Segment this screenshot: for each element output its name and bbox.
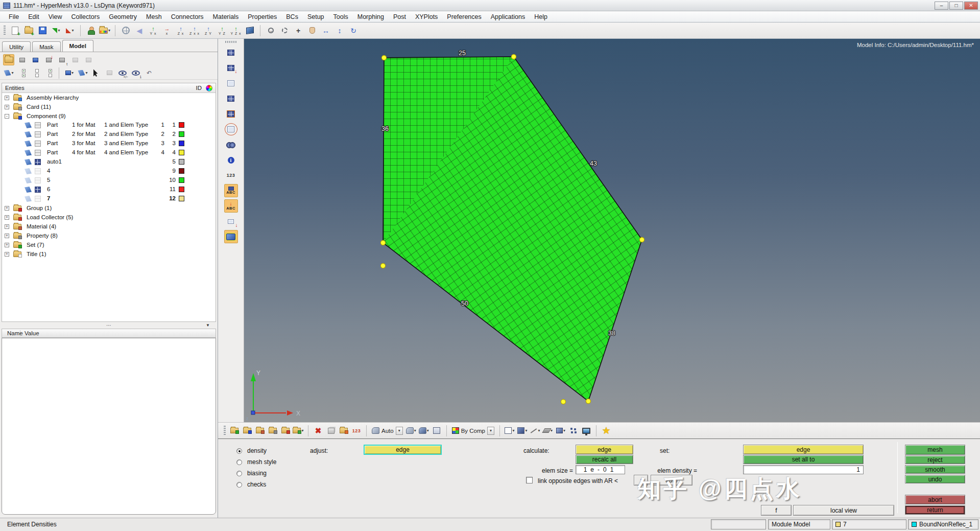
fit-view-button[interactable]: + bbox=[292, 25, 304, 37]
color-swatch[interactable] bbox=[179, 122, 184, 128]
isolate-button[interactable]: 1 bbox=[130, 67, 141, 79]
new-folder-button[interactable] bbox=[3, 54, 14, 65]
chevron-down-icon[interactable]: ▾ bbox=[487, 427, 494, 435]
expander-icon[interactable]: - bbox=[5, 114, 9, 119]
wireframe-elements-button[interactable] bbox=[224, 77, 238, 90]
set-collector-button[interactable] bbox=[229, 425, 240, 436]
tree-row-property[interactable]: + Property (8) bbox=[2, 231, 216, 240]
menu-item-materials[interactable]: Materials bbox=[208, 12, 244, 21]
tree-toggle-button[interactable] bbox=[43, 67, 54, 79]
menu-item-preferences[interactable]: Preferences bbox=[442, 12, 486, 21]
component-row[interactable]: Part 2 for Mat 2 and Elem Type 2 2 bbox=[2, 130, 216, 139]
system-collector-button[interactable]: ▾ bbox=[293, 425, 304, 436]
maximize-button[interactable]: □ bbox=[949, 2, 963, 10]
tree-row-title[interactable]: + Title (1) bbox=[2, 249, 216, 259]
component-row-current[interactable]: 7 12 bbox=[2, 194, 216, 203]
expander-icon[interactable]: + bbox=[5, 215, 9, 220]
new-model-button[interactable]: + bbox=[9, 25, 21, 37]
menu-item-bcs[interactable]: BCs bbox=[281, 12, 303, 21]
color-wheel-icon[interactable] bbox=[206, 85, 212, 91]
previous-view-button[interactable]: ◀ bbox=[133, 25, 146, 37]
dynamic-view-button[interactable] bbox=[244, 25, 256, 37]
close-button[interactable]: ✕ bbox=[964, 2, 978, 10]
create-entity-button[interactable] bbox=[30, 54, 41, 65]
vector-display-button[interactable]: ↓ bbox=[224, 215, 238, 228]
property-collector-button[interactable] bbox=[267, 425, 278, 436]
menu-item-applications[interactable]: Applications bbox=[486, 12, 530, 21]
pan-button[interactable] bbox=[306, 25, 318, 37]
mesh-node[interactable] bbox=[639, 237, 644, 242]
menu-item-post[interactable]: Post bbox=[389, 12, 411, 21]
card-edit-button[interactable] bbox=[338, 425, 349, 436]
mesh-node[interactable] bbox=[511, 54, 516, 59]
organize-button[interactable] bbox=[16, 54, 28, 65]
tab-utility[interactable]: Utility bbox=[2, 41, 31, 52]
view-xz-left-button[interactable]: ↑Z x bbox=[175, 25, 187, 37]
mesh-canvas[interactable]: 2536435038 Y X z bbox=[244, 39, 980, 422]
menu-item-edit[interactable]: Edit bbox=[23, 12, 44, 21]
smooth-button[interactable]: smooth bbox=[905, 465, 965, 474]
shaded-mode-button[interactable]: ▾ bbox=[517, 425, 528, 436]
edge-density-label[interactable]: 43 bbox=[590, 160, 597, 167]
color-swatch[interactable] bbox=[179, 159, 184, 165]
expander-icon[interactable]: + bbox=[5, 252, 9, 257]
status-cell-module[interactable]: Module Model bbox=[768, 519, 830, 529]
load-collector-button[interactable] bbox=[280, 425, 291, 436]
organize-button[interactable] bbox=[325, 425, 337, 436]
menu-item-tools[interactable]: Tools bbox=[329, 12, 353, 21]
tree-check-all-button[interactable] bbox=[16, 67, 28, 79]
find-button[interactable] bbox=[224, 138, 238, 151]
chevron-down-icon[interactable]: ▾ bbox=[396, 427, 403, 435]
geometry-solid-shade-button[interactable]: ▾ bbox=[418, 425, 429, 436]
color-swatch[interactable] bbox=[179, 187, 184, 192]
wireframe-mode-button[interactable]: ▾ bbox=[504, 425, 515, 436]
geometry-display-button[interactable]: ▾ bbox=[64, 67, 75, 79]
color-swatch[interactable] bbox=[179, 131, 184, 137]
mesh-node[interactable] bbox=[380, 263, 385, 268]
query-info-button[interactable]: i bbox=[224, 153, 238, 167]
return-button[interactable]: return bbox=[905, 505, 965, 515]
restore-button[interactable]: ↶ bbox=[144, 67, 155, 79]
tree-row-group[interactable]: + Group (1) bbox=[2, 203, 216, 213]
solid-elements-button[interactable] bbox=[224, 92, 238, 105]
component-row[interactable]: Part 1 for Mat 1 and Elem Type 1 1 bbox=[2, 121, 216, 130]
tree-uncheck-all-button[interactable] bbox=[30, 67, 41, 79]
menu-item-setup[interactable]: Setup bbox=[303, 12, 329, 21]
panel-splitter[interactable]: ⋯ ▼ bbox=[2, 322, 216, 328]
translate-v-button[interactable]: ↕ bbox=[333, 25, 346, 37]
display-points-button[interactable] bbox=[568, 425, 579, 436]
set-all-to-button[interactable]: set all to bbox=[743, 455, 864, 464]
numbers-button[interactable]: 123 bbox=[224, 169, 238, 182]
view-xz-right-button[interactable]: ↑Z x x bbox=[188, 25, 201, 37]
shaded-elements-button[interactable] bbox=[224, 46, 238, 59]
expander-icon[interactable]: + bbox=[5, 96, 9, 100]
menu-item-xyplots[interactable]: XYPlots bbox=[411, 12, 442, 21]
tab-mask[interactable]: Mask bbox=[32, 41, 60, 52]
menu-item-properties[interactable]: Properties bbox=[243, 12, 281, 21]
demo-browser-button[interactable]: ▾ bbox=[99, 25, 111, 37]
ghost-entity-button[interactable] bbox=[69, 54, 81, 65]
undo-button[interactable]: undo bbox=[905, 475, 965, 483]
splitter-collapse-icon[interactable]: ▼ bbox=[206, 323, 210, 328]
color-swatch[interactable] bbox=[179, 177, 184, 183]
edit-entity-button[interactable]: ↓ bbox=[43, 54, 54, 65]
color-swatch[interactable] bbox=[179, 168, 184, 174]
tree-row-card[interactable]: + Card (11) bbox=[2, 102, 216, 111]
geometry-transparent-button[interactable] bbox=[431, 425, 442, 436]
view-xy-top-button[interactable]: ↑Y x bbox=[147, 25, 159, 37]
elem-size-field[interactable]: 1e-01 bbox=[576, 465, 625, 474]
link-edges-checkbox[interactable] bbox=[526, 477, 533, 483]
view-yz-left-button[interactable]: ↑Z Y bbox=[202, 25, 214, 37]
status-cell-loadcol[interactable]: BoundNonReflec_1 bbox=[908, 519, 978, 529]
export-button[interactable]: ▾ bbox=[64, 25, 76, 37]
mesh-node[interactable] bbox=[381, 55, 386, 60]
value-column-header[interactable]: Value bbox=[20, 330, 39, 336]
favorites-button[interactable]: ★ bbox=[601, 425, 612, 436]
component-row[interactable]: auto1 5 bbox=[2, 157, 216, 167]
zoom-window-button[interactable] bbox=[278, 25, 291, 37]
f-button[interactable]: f bbox=[761, 505, 792, 516]
edge-density-label[interactable]: 50 bbox=[461, 300, 468, 307]
import-button[interactable]: ▾ bbox=[50, 25, 62, 37]
toolbar-grip[interactable] bbox=[225, 41, 236, 43]
radio-density[interactable]: density bbox=[236, 447, 267, 455]
